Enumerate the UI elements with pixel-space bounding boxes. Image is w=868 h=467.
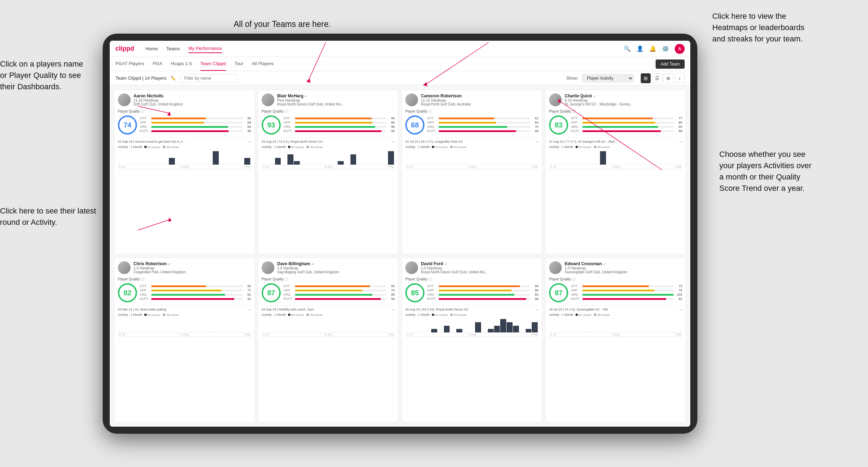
player-card-6[interactable]: David Ford ✓ 1-5 Handicap Royal North De… xyxy=(401,257,542,422)
player-club-3: St. George's Hill GC - Weybridge - Surre… xyxy=(565,102,682,106)
grid-view-button[interactable]: ⊞ xyxy=(641,73,651,83)
player-name-2[interactable]: Cameron Robertson xyxy=(421,93,538,98)
tab-all-players[interactable]: All Players xyxy=(252,57,273,71)
latest-round-4[interactable]: 03 Mar 23 | 19, Must make putting → xyxy=(118,305,251,311)
top-nav: clippd Home Teams My Performance 🔍 👤 🔔 ⚙… xyxy=(110,41,690,57)
player-name-1[interactable]: Blair McHarg ✓ xyxy=(277,93,395,98)
quality-circle-2[interactable]: 68 xyxy=(405,115,424,135)
quality-label-3: Player Quality ⓘ xyxy=(549,109,682,114)
sort-button[interactable]: ↕ xyxy=(675,73,685,83)
filter-input[interactable] xyxy=(180,74,237,82)
activity-section-0: Activity · 1 Month On course Off course … xyxy=(118,145,251,169)
player-header-3: Charlie Quick ✓ 6-10 Handicap St. George… xyxy=(549,93,682,106)
player-name-6[interactable]: David Ford ✓ xyxy=(421,261,538,266)
player-name-3[interactable]: Charlie Quick ✓ xyxy=(565,93,682,98)
sub-nav: PGAT Players PGA Hcaps 1-5 Team Clippd T… xyxy=(110,57,690,71)
quality-circle-6[interactable]: 85 xyxy=(405,283,424,302)
player-card-4[interactable]: Chris Robertson ✓ 1-5 Handicap Craigmill… xyxy=(114,257,255,422)
player-handicap-0: 11-15 Handicap xyxy=(133,98,251,102)
player-handicap-5: 1-5 Handicap xyxy=(277,266,395,270)
player-card-7[interactable]: Edward Crossman ✓ 1-5 Handicap Sunningda… xyxy=(545,257,686,422)
nav-link-home[interactable]: Home xyxy=(145,45,158,53)
tab-pga[interactable]: PGA xyxy=(153,57,162,71)
player-handicap-1: Plus Handicap xyxy=(277,98,395,102)
nav-link-teams[interactable]: Teams xyxy=(166,45,180,53)
user-icon[interactable]: 👤 xyxy=(636,45,644,52)
tab-pgat[interactable]: PGAT Players xyxy=(115,57,144,71)
quality-section-5: 87 OTT82 APP74 ARG85 PUTT94 xyxy=(262,283,395,302)
add-team-button[interactable]: Add Team xyxy=(656,59,685,69)
tab-hcaps[interactable]: Hcaps 1-5 xyxy=(171,57,192,71)
chart-area-0: 31 Jul 21 Aug 4 Sep xyxy=(118,150,251,169)
quality-circle-7[interactable]: 87 xyxy=(549,283,568,302)
activity-section-3: Activity · 1 Month On course Off course … xyxy=(549,145,682,169)
quality-label-0: Player Quality ⓘ xyxy=(118,109,251,114)
chart-area-6: 31 Jul 21 Aug 4 Sep xyxy=(405,318,538,337)
quality-label-5: Player Quality ⓘ xyxy=(262,277,395,282)
ann-players-name: Click on a players nameor Player Quality… xyxy=(0,58,99,92)
list-view-button[interactable]: ☰ xyxy=(652,73,662,83)
bell-icon[interactable]: 🔔 xyxy=(649,45,656,52)
player-avatar-1 xyxy=(262,93,274,106)
latest-round-2[interactable]: 02 Jul 23 | 59 (+17), Craigmillar Park G… xyxy=(405,137,538,143)
player-info-5: Dave Billingham ✓ 1-5 Handicap Sag Magin… xyxy=(277,261,395,274)
latest-round-7[interactable]: 18 Jul 23 | 74 (+4), Sunningdale GC - Ol… xyxy=(549,305,682,311)
player-name-7[interactable]: Edward Crossman ✓ xyxy=(565,261,682,266)
player-card-3[interactable]: Charlie Quick ✓ 6-10 Handicap St. George… xyxy=(545,90,686,255)
player-name-4[interactable]: Chris Robertson ✓ xyxy=(133,261,251,266)
player-card-2[interactable]: Cameron Robertson 11-15 Handicap Royal P… xyxy=(401,90,542,255)
chart-area-4: 31 Jul 21 Aug 4 Sep xyxy=(118,318,251,337)
player-avatar-0 xyxy=(118,93,131,106)
player-club-6: Royal North Devon Golf Club, United Kki.… xyxy=(421,270,538,274)
quality-circle-4[interactable]: 82 xyxy=(118,283,137,302)
quality-circle-5[interactable]: 87 xyxy=(262,283,281,302)
quality-circle-3[interactable]: 83 xyxy=(549,115,568,135)
quality-label-4: Player Quality ⓘ xyxy=(118,277,251,282)
player-card-5[interactable]: Dave Billingham ✓ 1-5 Handicap Sag Magin… xyxy=(258,257,399,422)
quality-label-7: Player Quality ⓘ xyxy=(549,277,682,282)
quality-label-1: Player Quality ⓘ xyxy=(262,109,395,114)
avatar[interactable]: A xyxy=(675,44,685,54)
ann-activities: Choose whether you seeyour players Activ… xyxy=(719,149,847,194)
latest-round-3[interactable]: 07 Aug 23 | 77 (+7), St George's Hill GC… xyxy=(549,137,682,143)
player-avatar-5 xyxy=(262,261,274,274)
ann-latest-round: Click here to see their latestround or A… xyxy=(0,205,106,228)
player-card-1[interactable]: Blair McHarg ✓ Plus Handicap Royal North… xyxy=(258,90,399,255)
player-name-0[interactable]: Aaron Nicholls xyxy=(133,93,251,98)
latest-round-1[interactable]: 26 Aug 23 | 73 (+1), Royal North Devon G… xyxy=(262,137,395,143)
quality-circle-0[interactable]: 74 xyxy=(118,115,137,135)
player-club-0: Drift Golf Club, United Kingdom xyxy=(133,102,251,106)
stats-grid-4: OTT60 APP77 ARG81 PUTT91 xyxy=(140,284,251,301)
stats-grid-7: OTT73 APP79 ARG103 PUTT92 xyxy=(571,284,682,301)
latest-round-6[interactable]: 26 Aug 23 | 84 (+12), Royal North Devon … xyxy=(405,305,538,311)
quality-section-7: 87 OTT73 APP79 ARG103 PUTT92 xyxy=(549,283,682,302)
nav-link-performance[interactable]: My Performance xyxy=(188,44,222,53)
player-avatar-4 xyxy=(118,261,131,274)
nav-logo: clippd xyxy=(115,45,134,52)
team-title: Team Clippd | 14 Players xyxy=(115,75,166,81)
ann-heatmaps: Click here to view theHeatmaps or leader… xyxy=(712,11,833,45)
stats-grid-3: OTT77 APP80 ARG83 PUTT86 xyxy=(571,116,682,133)
quality-circle-1[interactable]: 93 xyxy=(262,115,281,135)
player-club-7: Sunningdale Golf Club, United Kingdom xyxy=(565,270,682,274)
latest-round-0[interactable]: 02 Sep 23 | Sunset round to get back int… xyxy=(118,137,251,143)
player-handicap-3: 6-10 Handicap xyxy=(565,98,682,102)
tab-tour[interactable]: Tour xyxy=(234,57,243,71)
settings-icon[interactable]: ⚙️ xyxy=(662,45,669,52)
player-info-3: Charlie Quick ✓ 6-10 Handicap St. George… xyxy=(565,93,682,106)
nav-right: 🔍 👤 🔔 ⚙️ A xyxy=(624,44,685,54)
player-header-2: Cameron Robertson 11-15 Handicap Royal P… xyxy=(405,93,538,106)
team-header: Team Clippd | 14 Players ✏️ Show: Player… xyxy=(110,71,690,85)
filter-view-button[interactable]: ⊕ xyxy=(663,73,673,83)
latest-round-5[interactable]: 04 Sep 23 | Mobility with coach, Gym → xyxy=(262,305,395,311)
player-club-4: Craigmillar Park, United Kingdom xyxy=(133,270,251,274)
quality-section-1: 93 OTT84 APP85 ARG88 PUTT95 xyxy=(262,115,395,135)
tab-team-clippd[interactable]: Team Clippd xyxy=(200,57,226,71)
player-card-0[interactable]: Aaron Nicholls 11-15 Handicap Drift Golf… xyxy=(114,90,255,255)
page-wrapper: clippd Home Teams My Performance 🔍 👤 🔔 ⚙… xyxy=(0,0,868,467)
player-name-5[interactable]: Dave Billingham ✓ xyxy=(277,261,395,266)
player-header-0: Aaron Nicholls 11-15 Handicap Drift Golf… xyxy=(118,93,251,106)
edit-icon[interactable]: ✏️ xyxy=(171,76,176,81)
search-icon[interactable]: 🔍 xyxy=(624,45,631,52)
show-select[interactable]: Player Activity Quality Score Trend xyxy=(582,74,634,82)
